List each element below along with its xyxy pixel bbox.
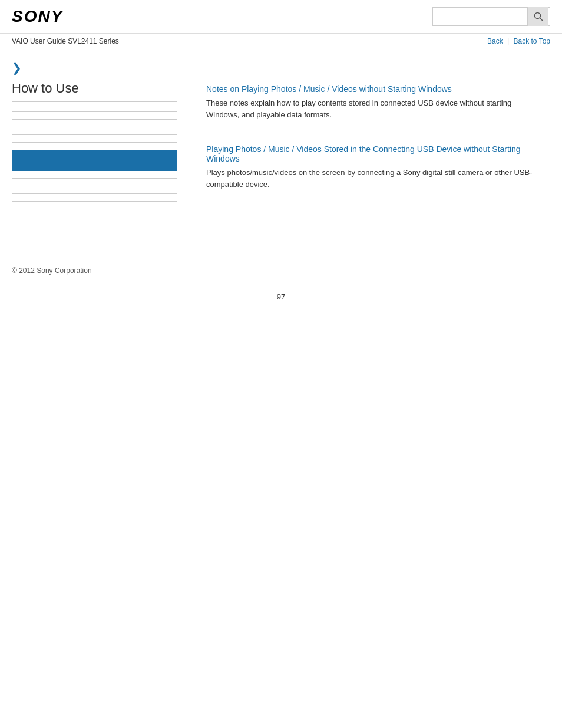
- page-header: SONY: [0, 0, 562, 34]
- page-number: 97: [0, 286, 562, 307]
- svg-point-0: [534, 13, 540, 19]
- back-link[interactable]: Back: [487, 37, 503, 45]
- sidebar-line-5: [12, 142, 177, 143]
- sidebar-line-4: [12, 134, 177, 135]
- search-input[interactable]: [433, 10, 527, 24]
- content-item-1: Notes on Playing Photos / Music / Videos…: [206, 84, 544, 130]
- sidebar-line-1: [12, 111, 177, 112]
- back-to-top-link[interactable]: Back to Top: [514, 37, 550, 45]
- svg-line-1: [540, 18, 543, 21]
- sidebar: ❯ How to Use: [0, 49, 189, 237]
- sidebar-line-3: [12, 127, 177, 127]
- copyright: © 2012 Sony Corporation: [12, 266, 92, 275]
- content-item-2: Playing Photos / Music / Videos Stored i…: [206, 144, 544, 199]
- content-area: Notes on Playing Photos / Music / Videos…: [189, 49, 562, 237]
- content-link-2[interactable]: Playing Photos / Music / Videos Stored i…: [206, 144, 544, 163]
- main-content: ❯ How to Use Notes on Playing Photos / M…: [0, 49, 562, 261]
- search-button[interactable]: [527, 7, 548, 26]
- sidebar-line-2: [12, 119, 177, 120]
- nav-links: Back | Back to Top: [487, 37, 550, 45]
- content-desc-2: Plays photos/music/videos on the screen …: [206, 167, 544, 190]
- guide-title: VAIO User Guide SVL2411 Series: [12, 37, 119, 45]
- sidebar-line-10: [12, 209, 177, 209]
- sidebar-section-title: How to Use: [12, 81, 177, 102]
- chevron-icon: ❯: [12, 61, 177, 75]
- sidebar-line-6: [12, 178, 177, 179]
- sidebar-line-8: [12, 193, 177, 194]
- search-icon: [534, 12, 543, 21]
- search-box[interactable]: [432, 7, 550, 26]
- sidebar-line-9: [12, 201, 177, 202]
- sidebar-highlight: [12, 150, 177, 171]
- sony-logo: SONY: [12, 7, 63, 26]
- sub-header: VAIO User Guide SVL2411 Series Back | Ba…: [0, 34, 562, 49]
- content-link-1[interactable]: Notes on Playing Photos / Music / Videos…: [206, 84, 544, 94]
- content-desc-1: These notes explain how to play contents…: [206, 97, 544, 120]
- page-footer: © 2012 Sony Corporation: [0, 261, 562, 286]
- sidebar-line-7: [12, 186, 177, 186]
- nav-separator: |: [507, 37, 511, 45]
